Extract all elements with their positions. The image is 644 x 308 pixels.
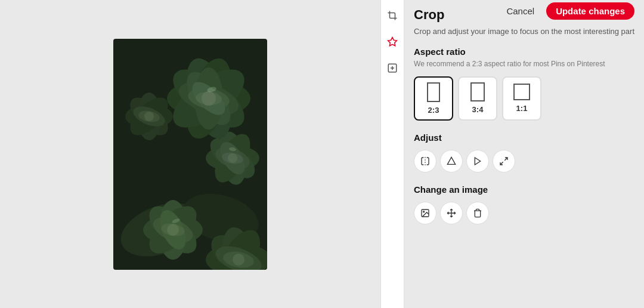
- text-icon[interactable]: [384, 60, 401, 76]
- sidebar-content: Crop Crop and adjust your image to focus…: [404, 0, 644, 308]
- aspect-ratio-subtitle: We recommend a 2:3 aspect ratio for most…: [414, 59, 634, 69]
- upload-image-button[interactable]: [414, 202, 436, 224]
- svg-marker-49: [388, 38, 397, 46]
- triangle-button[interactable]: [440, 150, 463, 173]
- canvas-area: [0, 0, 380, 308]
- delete-image-button[interactable]: [466, 202, 489, 224]
- change-image-title: Change an image: [414, 184, 634, 195]
- star-icon[interactable]: [384, 33, 401, 50]
- aspect-ratio-group: 2:3 3:4 1:1: [414, 76, 634, 121]
- main-area: Crop Crop and adjust your image to focus…: [0, 0, 644, 308]
- aspect-label-1-1: 1:1: [516, 104, 528, 113]
- svg-marker-52: [475, 158, 480, 165]
- svg-point-54: [423, 211, 425, 212]
- aspect-label-3-4: 3:4: [472, 105, 484, 114]
- svg-marker-51: [447, 157, 455, 164]
- adjust-btn-group: [414, 150, 634, 173]
- update-changes-button[interactable]: Update changes: [546, 2, 634, 20]
- adjust-title: Adjust: [414, 133, 634, 143]
- cancel-button[interactable]: Cancel: [499, 2, 541, 20]
- change-image-section: Change an image: [414, 184, 634, 224]
- move-image-button[interactable]: [440, 202, 463, 224]
- play-button[interactable]: [466, 150, 489, 173]
- aspect-label-2-3: 2:3: [428, 106, 439, 115]
- expand-button[interactable]: [493, 150, 515, 173]
- aspect-btn-3-4[interactable]: 3:4: [458, 76, 497, 121]
- flip-horizontal-button[interactable]: [414, 150, 436, 173]
- aspect-btn-1-1[interactable]: 1:1: [502, 76, 541, 121]
- top-bar: Cancel Update changes: [0, 0, 644, 21]
- sidebar-description: Crop and adjust your image to focus on t…: [414, 26, 634, 37]
- image-container: [113, 39, 267, 270]
- adjust-section: Adjust: [414, 133, 634, 173]
- svg-rect-45: [113, 39, 267, 270]
- aspect-ratio-title: Aspect ratio: [414, 47, 634, 57]
- succulent-image: [113, 39, 267, 270]
- aspect-btn-2-3[interactable]: 2:3: [414, 76, 453, 121]
- change-image-btn-group: [414, 202, 634, 224]
- sidebar-icon-bar: [380, 0, 404, 308]
- right-panel: Crop Crop and adjust your image to focus…: [380, 0, 644, 308]
